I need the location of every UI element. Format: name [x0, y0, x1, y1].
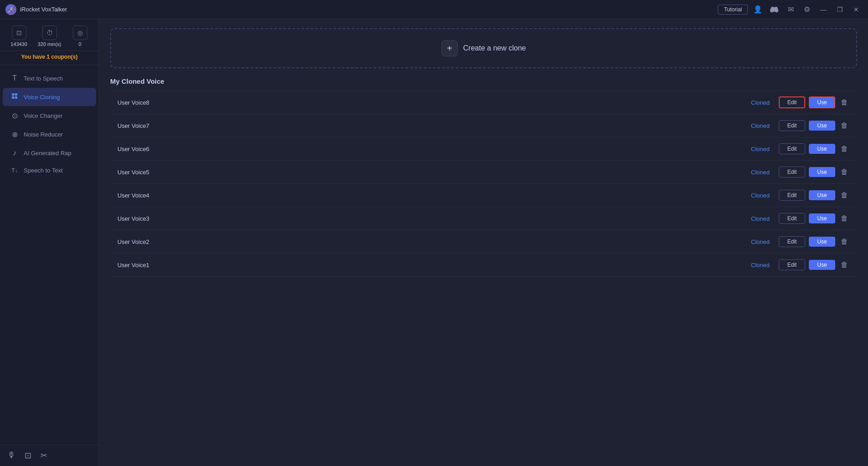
edit-button[interactable]: Edit	[779, 213, 805, 224]
credits-value: 0	[78, 41, 81, 47]
delete-icon[interactable]: 🗑	[839, 189, 850, 201]
cloned-badge: Cloned	[751, 169, 770, 176]
tutorial-button[interactable]: Tutorial	[718, 5, 748, 15]
mic-icon[interactable]: 🎙	[7, 451, 15, 461]
sidebar-item-voice-cloning[interactable]: Voice Cloning	[3, 88, 96, 106]
edit-button[interactable]: Edit	[779, 120, 805, 131]
user-icon[interactable]: 👤	[751, 3, 764, 16]
delete-icon[interactable]: 🗑	[839, 120, 850, 132]
voice-name: User Voice6	[117, 146, 751, 152]
edit-button[interactable]: Edit	[779, 143, 805, 154]
plus-icon: +	[442, 40, 458, 56]
voice-row: User Voice1ClonedEditUse🗑	[110, 253, 857, 277]
voice-name: User Voice4	[117, 192, 751, 199]
sidebar-item-voice-changer[interactable]: ⊙ Voice Changer	[3, 107, 96, 125]
sidebar-item-label-voice-changer: Voice Changer	[24, 112, 62, 119]
svg-rect-0	[12, 93, 14, 96]
voice-changer-icon: ⊙	[10, 111, 19, 120]
title-bar-controls: Tutorial 👤 ✉ ⚙ — ❐ ✕	[718, 3, 863, 16]
voice-actions: EditUse🗑	[779, 236, 850, 248]
maximize-button[interactable]: ❐	[833, 3, 846, 16]
cut-icon[interactable]: ✂	[41, 451, 47, 461]
voice-row: User Voice8ClonedEditUse🗑	[110, 91, 857, 114]
stat-minutes: ⏱ 320 min(s)	[36, 25, 63, 47]
screen-icon[interactable]: ⊡	[25, 451, 31, 461]
voice-row: User Voice4ClonedEditUse🗑	[110, 184, 857, 207]
section-title: My Cloned Voice	[110, 77, 857, 85]
voice-name: User Voice5	[117, 169, 751, 176]
create-clone-banner[interactable]: + Create a new clone	[110, 28, 857, 68]
cloned-badge: Cloned	[751, 238, 770, 245]
voice-actions: EditUse🗑	[779, 189, 850, 201]
ai-rap-icon: ♪	[10, 149, 19, 157]
delete-icon[interactable]: 🗑	[839, 96, 850, 108]
delete-icon[interactable]: 🗑	[839, 143, 850, 155]
settings-icon[interactable]: ⚙	[801, 3, 813, 16]
use-button[interactable]: Use	[809, 213, 835, 223]
sidebar-item-speech-to-text[interactable]: T↓ Speech to Text	[3, 162, 96, 178]
delete-icon[interactable]: 🗑	[839, 259, 850, 271]
minutes-icon: ⏱	[42, 25, 57, 40]
sidebar-item-ai-generated-rap[interactable]: ♪ AI Generated Rap	[3, 144, 96, 162]
voice-name: User Voice3	[117, 215, 751, 222]
sidebar-nav: T Text to Speech Voice Cloning ⊙ Voice C…	[0, 65, 99, 445]
edit-button[interactable]: Edit	[779, 236, 805, 247]
sidebar-bottom: 🎙 ⊡ ✂	[0, 445, 99, 466]
mail-icon[interactable]: ✉	[784, 3, 797, 16]
voice-cloning-icon	[10, 92, 19, 101]
cloned-badge: Cloned	[751, 262, 770, 268]
voice-name: User Voice7	[117, 122, 751, 129]
voice-actions: EditUse🗑	[779, 120, 850, 132]
use-button[interactable]: Use	[809, 144, 835, 154]
edit-button[interactable]: Edit	[779, 259, 805, 270]
minutes-value: 320 min(s)	[38, 41, 61, 47]
use-button[interactable]: Use	[809, 167, 835, 177]
voice-name: User Voice8	[117, 99, 751, 106]
characters-value: 143430	[10, 41, 27, 47]
use-button[interactable]: Use	[809, 260, 835, 270]
cloned-badge: Cloned	[751, 215, 770, 222]
use-button[interactable]: Use	[809, 96, 835, 108]
use-button[interactable]: Use	[809, 237, 835, 247]
use-button[interactable]: Use	[809, 190, 835, 200]
voice-row: User Voice6ClonedEditUse🗑	[110, 137, 857, 161]
use-button[interactable]: Use	[809, 121, 835, 131]
close-button[interactable]: ✕	[850, 3, 863, 16]
discord-icon[interactable]	[768, 3, 781, 16]
minimize-button[interactable]: —	[817, 3, 830, 16]
delete-icon[interactable]: 🗑	[839, 166, 850, 178]
noise-reducer-icon: ⊗	[10, 130, 19, 139]
voice-actions: EditUse🗑	[779, 259, 850, 271]
svg-rect-1	[15, 93, 17, 96]
voice-row: User Voice3ClonedEditUse🗑	[110, 207, 857, 230]
title-bar: 🚀 iRocket VoxTalker Tutorial 👤 ✉ ⚙ — ❐ ✕	[0, 0, 868, 19]
characters-icon: ⊡	[12, 25, 26, 40]
voice-row: User Voice7ClonedEditUse🗑	[110, 114, 857, 137]
voice-row: User Voice5ClonedEditUse🗑	[110, 161, 857, 184]
edit-button[interactable]: Edit	[779, 190, 805, 201]
delete-icon[interactable]: 🗑	[839, 236, 850, 248]
speech-to-text-icon: T↓	[10, 167, 19, 174]
sidebar-stats: ⊡ 143430 ⏱ 320 min(s) ◎ 0	[0, 19, 99, 51]
voice-actions: EditUse🗑	[779, 213, 850, 224]
voice-actions: EditUse🗑	[779, 166, 850, 178]
create-clone-text: Create a new clone	[463, 44, 526, 52]
voice-row: User Voice2ClonedEditUse🗑	[110, 230, 857, 253]
edit-button[interactable]: Edit	[779, 96, 805, 108]
sidebar-item-text-to-speech[interactable]: T Text to Speech	[3, 70, 96, 87]
delete-icon[interactable]: 🗑	[839, 213, 850, 224]
app-body: ⊡ 143430 ⏱ 320 min(s) ◎ 0 You have 1 cou…	[0, 19, 868, 466]
cloned-badge: Cloned	[751, 146, 770, 152]
edit-button[interactable]: Edit	[779, 167, 805, 177]
sidebar-item-label-noise-reducer: Noise Reducer	[24, 131, 63, 138]
sidebar-item-noise-reducer[interactable]: ⊗ Noise Reducer	[3, 126, 96, 143]
main-content: + Create a new clone My Cloned Voice Use…	[99, 19, 868, 466]
svg-rect-2	[12, 96, 14, 99]
app-title: iRocket VoxTalker	[20, 6, 718, 13]
voice-name: User Voice1	[117, 262, 751, 268]
app-logo: 🚀	[5, 4, 16, 15]
cloned-badge: Cloned	[751, 192, 770, 199]
stat-characters: ⊡ 143430	[5, 25, 32, 47]
sidebar: ⊡ 143430 ⏱ 320 min(s) ◎ 0 You have 1 cou…	[0, 19, 99, 466]
stat-credits: ◎ 0	[66, 25, 93, 47]
